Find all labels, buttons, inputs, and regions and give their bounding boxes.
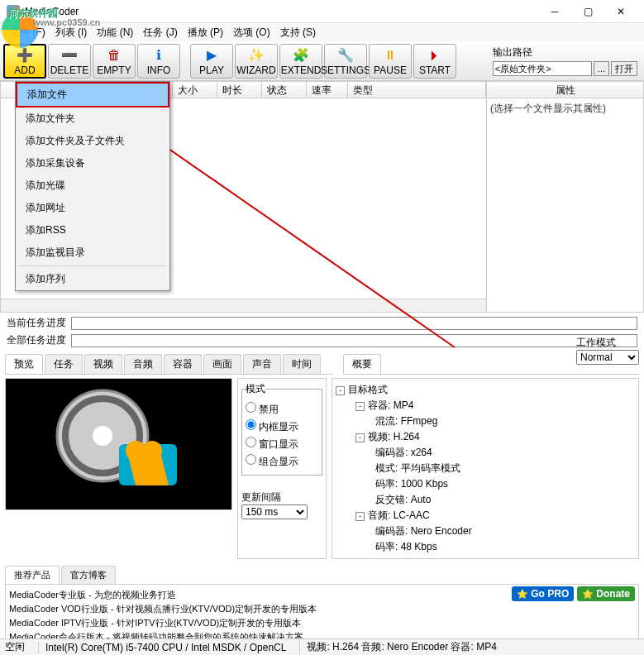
statusbar: 空闲 Intel(R) Core(TM) i5-7400 CPU / Intel…: [0, 638, 644, 655]
menu-add-capture[interactable]: 添加采集设备: [16, 152, 169, 175]
mode-inline[interactable]: 内框显示: [246, 419, 318, 434]
menu-add-folder-recursive[interactable]: 添加文件夹及子文件夹: [16, 130, 169, 152]
add-dropdown-menu: 添加文件 添加文件夹 添加文件夹及子文件夹 添加采集设备 添加光碟 添加网址 添…: [15, 81, 170, 291]
maximize-button[interactable]: ▢: [571, 0, 604, 23]
pause-icon: ⏸: [380, 46, 400, 65]
menu-add-url[interactable]: 添加网址: [16, 197, 169, 219]
work-mode-label: 工作模式: [576, 336, 639, 350]
settings-button[interactable]: 🔧SETTINGS: [324, 44, 367, 79]
menu-support[interactable]: 支持 (S): [277, 24, 319, 41]
tab-blog[interactable]: 官方博客: [61, 566, 116, 584]
extend-button[interactable]: 🧩EXTEND: [279, 44, 322, 79]
tab-sound[interactable]: 声音: [243, 354, 281, 374]
col-duration[interactable]: 时长: [217, 82, 262, 98]
col-size[interactable]: 大小: [173, 82, 217, 98]
output-path-input[interactable]: [493, 61, 592, 76]
info-button[interactable]: ℹINFO: [137, 44, 180, 79]
all-progress-bar: [71, 334, 637, 347]
menu-add-sequence[interactable]: 添加序列: [16, 268, 169, 290]
tree-root[interactable]: -目标格式: [336, 382, 635, 398]
attributes-panel: 属性 (选择一个文件显示其属性): [487, 81, 644, 313]
tab-audio[interactable]: 音频: [124, 354, 162, 374]
tree-interlace: 反交错: Auto: [375, 492, 635, 508]
mode-window[interactable]: 窗口显示: [246, 437, 318, 452]
interval-label: 更新间隔: [241, 490, 322, 504]
menu-list[interactable]: 列表 (I): [52, 24, 91, 41]
titlebar: MediaCoder ─ ▢ ✕: [0, 0, 644, 23]
attributes-header: 属性: [487, 82, 643, 98]
status-format: 视频: H.264 音频: Nero Encoder 容器: MP4: [299, 640, 496, 654]
pause-button[interactable]: ⏸PAUSE: [369, 44, 412, 79]
app-logo-icon: [7, 5, 20, 18]
menu-options[interactable]: 选项 (O): [230, 24, 274, 41]
tab-preview[interactable]: 预览: [5, 354, 43, 374]
menu-function[interactable]: 功能 (N): [93, 24, 136, 41]
work-mode-select[interactable]: Normal: [576, 350, 639, 365]
tab-picture[interactable]: 画面: [203, 354, 241, 374]
all-progress-label: 全部任务进度: [7, 333, 66, 347]
puzzle-icon: 🧩: [291, 46, 311, 65]
tree-mux: 混流: FFmpeg: [375, 414, 635, 429]
play-button[interactable]: ▶PLAY: [190, 44, 233, 79]
menu-add-rss[interactable]: 添加RSS: [16, 219, 169, 241]
tree-video[interactable]: -视频: H.264: [355, 429, 635, 445]
menu-add-folder[interactable]: 添加文件夹: [16, 108, 169, 130]
window-title: MediaCoder: [25, 6, 538, 17]
start-icon: ⏵: [425, 46, 445, 65]
tree-vmode: 模式: 平均码率模式: [375, 461, 635, 476]
tree-venc: 编码器: x264: [375, 445, 635, 461]
col-type[interactable]: 类型: [348, 82, 486, 98]
gopro-badge[interactable]: ⭐ Go PRO: [512, 586, 574, 601]
status-cpu: Intel(R) Core(TM) i5-7400 CPU / Intel MS…: [38, 642, 286, 653]
tab-video[interactable]: 视频: [84, 354, 122, 374]
close-button[interactable]: ✕: [604, 0, 637, 23]
menu-file[interactable]: 文件 (F): [7, 24, 49, 41]
col-rate[interactable]: 速率: [307, 82, 348, 98]
recommend-line[interactable]: MediaCoder VOD行业版 - 针对视频点播行业(KTV/VOD)定制开…: [9, 602, 635, 616]
tab-time[interactable]: 时间: [283, 354, 321, 374]
tree-vbitrate: 码率: 1000 Kbps: [375, 476, 635, 492]
toolbar: ➕ADD ➖DELETE 🗑EMPTY ℹINFO ▶PLAY ✨WIZARD …: [0, 41, 644, 81]
tab-recommend[interactable]: 推荐产品: [5, 566, 60, 584]
tree-audio[interactable]: -音频: LC-AAC: [355, 508, 635, 524]
status-idle: 空闲: [5, 640, 25, 654]
wizard-button[interactable]: ✨WIZARD: [235, 44, 278, 79]
menu-separator: [19, 265, 166, 266]
minimize-button[interactable]: ─: [538, 0, 571, 23]
output-label: 输出路径: [493, 45, 637, 60]
mode-combo[interactable]: 组合显示: [246, 454, 318, 469]
delete-button[interactable]: ➖DELETE: [48, 44, 91, 79]
attributes-hint: (选择一个文件显示其属性): [487, 98, 643, 119]
tree-container[interactable]: -容器: MP4: [355, 398, 635, 414]
wand-icon: ✨: [246, 46, 266, 65]
tab-summary[interactable]: 概要: [343, 354, 381, 374]
mode-disable[interactable]: 禁用: [246, 402, 318, 417]
preview-panel: [5, 378, 232, 510]
mode-legend: 模式: [246, 382, 265, 396]
open-button[interactable]: 打开: [611, 61, 637, 76]
wrench-icon: 🔧: [336, 46, 355, 65]
mode-panel: 模式 禁用 内框显示 窗口显示 组合显示 更新间隔 150 ms: [237, 378, 327, 559]
start-button[interactable]: ⏵START: [413, 44, 456, 79]
summary-panel: -目标格式 -容器: MP4 混流: FFmpeg -视频: H.264 编码器…: [332, 378, 639, 559]
menu-add-watch[interactable]: 添加监视目录: [16, 241, 169, 264]
donate-badge[interactable]: ⭐ Donate: [577, 586, 635, 601]
tab-container[interactable]: 容器: [164, 354, 202, 374]
minus-icon: ➖: [60, 46, 79, 65]
menu-play[interactable]: 播放 (P): [184, 24, 227, 41]
menu-task[interactable]: 任务 (J): [140, 24, 180, 41]
horizontal-scrollbar[interactable]: [1, 299, 486, 312]
menu-add-disc[interactable]: 添加光碟: [16, 175, 169, 197]
browse-button[interactable]: ...: [594, 61, 609, 76]
recommend-line[interactable]: MediaCoder IPTV行业版 - 针对IPTV行业(KTV/VOD)定制…: [9, 616, 635, 630]
menu-add-file[interactable]: 添加文件: [16, 82, 169, 108]
empty-button[interactable]: 🗑EMPTY: [93, 44, 136, 79]
plus-icon: ➕: [15, 46, 35, 65]
menubar: 文件 (F) 列表 (I) 功能 (N) 任务 (J) 播放 (P) 选项 (O…: [0, 23, 644, 41]
col-status[interactable]: 状态: [262, 82, 307, 98]
interval-select[interactable]: 150 ms: [241, 504, 308, 519]
add-button[interactable]: ➕ADD: [3, 44, 46, 79]
tree-aenc: 编码器: Nero Encoder: [375, 524, 635, 539]
play-icon: ▶: [202, 46, 222, 65]
tab-task[interactable]: 任务: [45, 354, 83, 374]
